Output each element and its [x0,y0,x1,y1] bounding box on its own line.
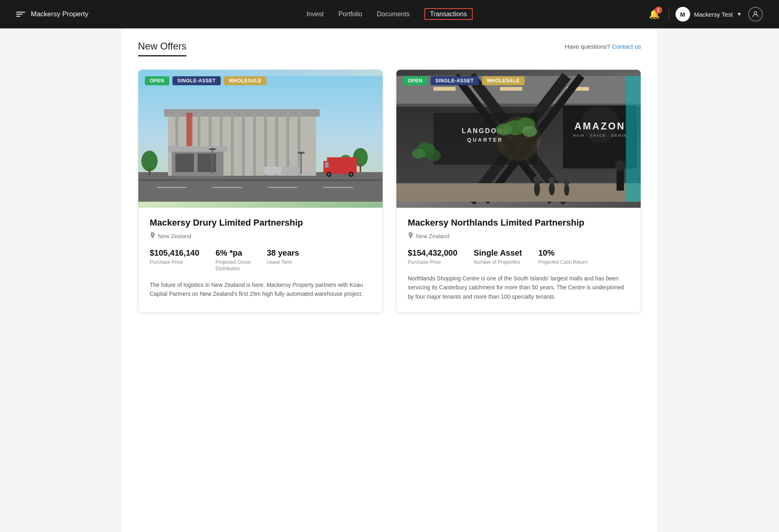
nav-item-invest[interactable]: Invest [306,11,324,18]
stat-value-lease-drury: 38 years [267,248,299,258]
svg-point-68 [581,106,618,142]
badge-single-northlands: SINGLE-ASSET [430,76,479,85]
svg-point-73 [564,184,569,196]
page-content: New Offers Have questions? Contact us [122,28,657,532]
stat-value-properties-northlands: Single Asset [473,248,522,258]
card-body-drury: Mackersy Drury Limited Partnership New Z… [138,208,383,310]
svg-rect-79 [617,168,624,191]
navbar: Mackersy Property Invest Portfolio Docum… [0,0,779,28]
offer-card-drury[interactable]: OPEN SINGLE-ASSET WHOLESALE Mackersy Dru… [138,69,383,313]
svg-point-69 [534,181,540,196]
card-title-drury: Mackersy Drury Limited Partnership [150,218,371,228]
badge-open-drury: OPEN [145,76,169,85]
svg-rect-3 [138,179,383,181]
svg-rect-18 [264,113,267,176]
card-title-northlands: Mackersy Northlands Limited Partnership [408,218,629,228]
card-description-drury: The future of logistics in New Zealand i… [150,280,371,299]
page-title-underline [138,55,187,56]
badge-open-northlands: OPEN [403,76,427,85]
svg-point-77 [426,149,441,161]
svg-rect-49 [433,87,456,90]
svg-point-72 [549,177,555,184]
notification-bell[interactable]: 🔔 2 [647,6,662,22]
svg-rect-30 [359,164,361,172]
nav-link-invest[interactable]: Invest [306,11,324,17]
nav-link-portfolio[interactable]: Portfolio [338,11,362,17]
svg-rect-25 [198,153,216,172]
notification-badge: 2 [655,6,662,14]
svg-point-80 [615,160,626,171]
svg-point-70 [533,176,540,183]
stat-label-price-northlands: Purchase Price [408,259,457,266]
stat-distribution-drury: 6% *pa Projected GrossDistribution [215,248,250,272]
location-icon-northlands [408,232,413,240]
contact-link[interactable]: Contact us [612,43,641,50]
card-badges-northlands: OPEN SINGLE-ASSET WHOLESALE [403,76,525,85]
card-description-northlands: Northlands Shopping Centre is one of the… [408,274,629,301]
svg-point-43 [209,148,216,150]
svg-point-74 [564,179,570,185]
svg-rect-5 [212,187,242,188]
svg-rect-26 [168,146,227,152]
svg-rect-41 [283,166,299,174]
svg-point-37 [328,173,330,175]
nav-user[interactable]: M Mackersy Test ▼ [676,7,742,22]
svg-point-67 [496,116,540,161]
svg-rect-24 [175,153,194,172]
stat-label-price-drury: Purchase Price [150,259,199,266]
svg-rect-40 [264,166,281,174]
svg-rect-78 [626,76,641,202]
svg-rect-21 [297,113,300,176]
svg-point-76 [412,149,425,159]
stat-cash-return-northlands: 10% Projected Cash Return [538,248,587,266]
stat-value-price-drury: $105,416,140 [150,248,199,258]
svg-rect-28 [149,168,151,175]
svg-rect-19 [275,113,278,176]
stat-value-distribution-drury: 6% *pa [215,248,250,258]
card-image-drury: OPEN SINGLE-ASSET WHOLESALE [138,70,383,208]
card-stats-northlands: $154,432,000 Purchase Price Single Asset… [408,248,629,266]
nav-item-transactions[interactable]: Transactions [424,11,473,18]
nav-link-transactions[interactable]: Transactions [424,8,473,20]
offers-grid: OPEN SINGLE-ASSET WHOLESALE Mackersy Dru… [138,69,641,313]
nav-right: 🔔 2 M Mackersy Test ▼ [473,6,763,22]
stat-value-cash-return-northlands: 10% [538,248,587,258]
stat-lease-drury: 38 years Lease Term [267,248,299,272]
page-title: New Offers [138,41,187,52]
nav-links: Invest Portfolio Documents Transactions [306,11,472,18]
stat-value-price-northlands: $154,432,000 [408,248,457,258]
location-text-drury: New Zealand [158,233,192,239]
card-stats-drury: $105,416,140 Purchase Price 6% *pa Proje… [150,248,371,272]
svg-rect-17 [253,113,256,176]
badge-single-drury: SINGLE-ASSET [172,76,221,85]
svg-rect-4 [157,187,187,188]
svg-rect-15 [231,113,234,176]
stat-label-cash-return-northlands: Projected Cash Return [538,259,587,266]
profile-icon[interactable] [748,7,763,22]
chevron-down-icon: ▼ [737,11,742,17]
stat-label-properties-northlands: Number of Properties [473,259,522,266]
location-icon-drury [150,232,155,240]
badge-wholesale-drury: WHOLESALE [224,76,267,85]
nav-logo[interactable]: Mackersy Property [16,10,306,18]
stat-label-lease-drury: Lease Term [267,259,299,266]
logo-text: Mackersy Property [31,10,88,18]
svg-point-39 [350,173,352,175]
page-help: Have questions? Contact us [565,43,641,50]
svg-point-45 [297,152,305,154]
nav-divider [669,8,669,20]
card-location-northlands: New Zealand [408,232,629,240]
offer-card-northlands[interactable]: LANGDONS QUARTER AMAZON HAIR · SPACE · D… [396,69,641,313]
nav-item-documents[interactable]: Documents [377,11,410,18]
svg-rect-35 [325,162,329,168]
svg-rect-56 [396,183,641,202]
card-location-drury: New Zealand [150,232,371,240]
svg-rect-6 [268,187,297,188]
nav-item-portfolio[interactable]: Portfolio [338,11,362,18]
svg-rect-20 [286,113,289,176]
svg-point-71 [549,182,555,196]
badge-wholesale-northlands: WHOLESALE [482,76,525,85]
nav-link-documents[interactable]: Documents [377,11,410,17]
card-image-northlands: LANGDONS QUARTER AMAZON HAIR · SPACE · D… [396,70,641,208]
svg-rect-7 [323,187,353,188]
